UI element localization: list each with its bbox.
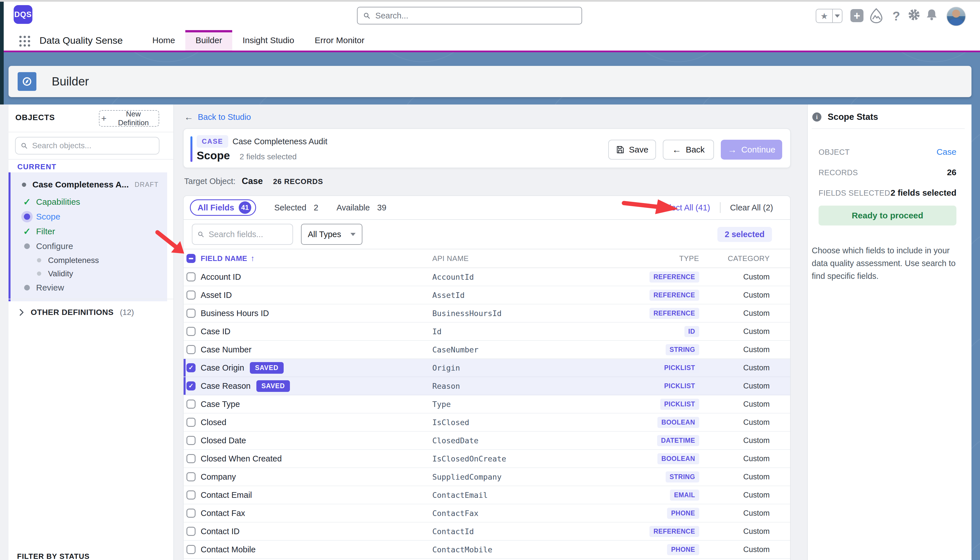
table-row[interactable]: Asset ID AssetId REFERENCE Custom [184,286,790,304]
table-row[interactable]: Case Origin SAVED Origin PICKLIST Custom [184,359,790,377]
table-row[interactable]: Case Reason SAVED Reason PICKLIST Custom [184,377,790,395]
nav-tab[interactable]: Insight Studio [232,30,304,50]
definition-step[interactable]: Review [10,280,167,295]
row-checkbox[interactable] [186,527,196,536]
nav-tab[interactable]: Builder [185,30,232,50]
select-all-checkbox[interactable] [186,254,196,263]
dqs-logo[interactable]: DQS [13,5,32,24]
row-checkbox[interactable] [186,400,196,408]
user-avatar[interactable] [947,7,966,26]
sidebar-header: OBJECTS + New Definition [8,105,173,132]
tab-selected-count: 2 [314,203,318,212]
new-definition-button[interactable]: + New Definition [99,110,159,127]
app-launcher-icon[interactable] [19,36,30,47]
table-row[interactable]: Business Hours ID BusinessHoursId REFERE… [184,304,790,323]
table-row[interactable]: Closed IsClosed BOOLEAN Custom [184,413,790,432]
row-checkbox[interactable] [186,490,196,500]
trailhead-icon[interactable] [869,8,883,23]
star-icon[interactable]: ★ [816,9,832,22]
setup-gear-icon[interactable] [907,8,921,22]
row-checkbox[interactable] [186,454,196,463]
current-definition-row[interactable]: Case Completeness A... DRAFT [10,177,167,195]
row-checkbox[interactable] [186,508,196,518]
definition-step[interactable]: Configure [10,239,167,253]
definition-step[interactable]: Validity [10,267,167,280]
help-icon[interactable]: ? [893,9,900,23]
tab-selected[interactable]: Selected 2 [274,203,318,212]
definition-steps: Capabilities Scope Filter Config [10,195,167,295]
step-title: Scope [197,149,230,162]
table-row[interactable]: Closed Date ClosedDate DATETIME Custom [184,432,790,450]
fields-search-input[interactable] [208,230,288,239]
objects-search-input[interactable] [32,141,154,150]
definition-step[interactable]: Filter [10,224,167,239]
field-name: Case Origin [201,363,244,373]
add-icon[interactable]: + [850,9,863,22]
avatar-head [952,10,960,18]
table-row[interactable]: Case Number CaseNumber STRING Custom [184,341,790,359]
scope-stats-description: Choose which fields to include in your d… [812,244,965,283]
selected-count-badge: 2 selected [717,227,772,242]
definition-step[interactable]: Scope [10,209,167,224]
field-name: Company [201,472,236,482]
step-subtitle: 2 fields selected [239,152,297,161]
row-checkbox[interactable] [186,472,196,481]
row-checkbox[interactable] [186,345,196,354]
table-row[interactable]: Company SuppliedCompany STRING Custom [184,468,790,486]
back-to-studio-link[interactable]: ← Back to Studio [184,112,251,122]
clear-all-link[interactable]: Clear All (2) [730,203,773,212]
column-field-name[interactable]: FIELD NAME ↑ [201,254,255,263]
row-checkbox[interactable] [186,418,196,427]
row-checkbox[interactable] [186,272,196,282]
notifications-bell-icon[interactable] [925,8,938,22]
api-name: Reason [432,382,629,390]
global-search[interactable] [357,7,582,24]
favorites-button[interactable]: ★ [816,9,843,23]
table-row[interactable]: Contact Mobile ContactMobile PHONE Custo… [184,541,790,559]
step-state-icon [34,272,44,276]
definition-step[interactable]: Completeness [10,253,167,267]
type-badge: PHONE [667,508,699,519]
row-checkbox[interactable] [186,382,196,390]
tab-available[interactable]: Available 39 [336,203,386,212]
global-search-input[interactable] [375,11,576,21]
table-row[interactable]: Case ID Id ID Custom [184,323,790,341]
saved-badge: SAVED [250,362,284,374]
favorites-dropdown[interactable] [832,9,842,22]
api-name: Id [432,327,629,336]
nav-tab[interactable]: Error Monitor [304,30,375,50]
row-checkbox[interactable] [186,327,196,336]
tab-all-fields[interactable]: All Fields 41 [190,199,256,216]
column-type: TYPE [679,254,699,263]
nav-tab[interactable]: Home [142,30,185,50]
scope-stats-header: i Scope Stats [812,112,878,122]
table-row[interactable]: Closed When Created IsClosedOnCreate BOO… [184,450,790,468]
table-row[interactable]: Account ID AccountId REFERENCE Custom [184,268,790,286]
fields-search[interactable] [192,224,293,245]
field-name: Asset ID [201,290,232,300]
save-button[interactable]: Save [608,140,656,160]
definition-step[interactable]: Capabilities [10,195,167,209]
type-filter-select[interactable]: All Types [301,224,362,245]
table-row[interactable]: Contact ID ContactId REFERENCE Custom [184,523,790,541]
type-badge: BOOLEAN [657,453,699,464]
row-checkbox[interactable] [186,309,196,318]
other-definitions-toggle[interactable]: OTHER DEFINITIONS (12) [8,301,173,324]
objects-search[interactable] [15,137,159,155]
stat-value: 26 [947,168,957,177]
select-all-link[interactable]: Select All (41) [659,203,710,212]
row-checkbox[interactable] [186,290,196,300]
field-name: Case ID [201,327,231,336]
table-row[interactable]: Contact Email ContactEmail EMAIL Custom [184,486,790,504]
field-name: Closed Date [201,436,246,445]
stat-label: FIELDS SELECTED [819,189,890,198]
row-checkbox[interactable] [186,363,196,372]
row-checkbox[interactable] [186,545,196,554]
scope-actions: Save ← Back → Continue [608,140,782,160]
back-button[interactable]: ← Back [663,140,714,160]
table-row[interactable]: Case Type Type PICKLIST Custom [184,395,790,413]
row-checkbox[interactable] [186,436,196,445]
continue-button[interactable]: → Continue [721,140,782,160]
nav-tabs: Home Builder Insight Studio Error Monito… [142,30,375,50]
table-row[interactable]: Contact Fax ContactFax PHONE Custom [184,504,790,523]
